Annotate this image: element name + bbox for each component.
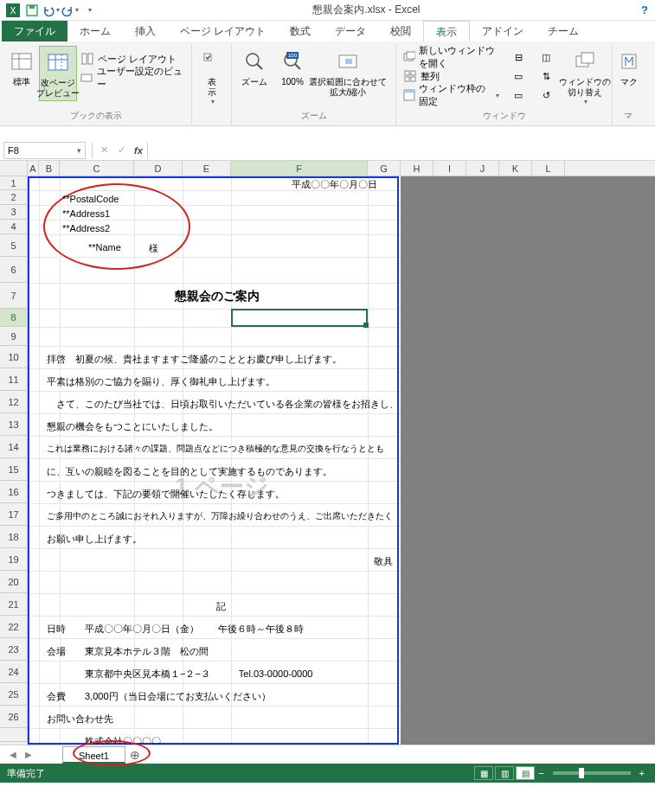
svg-rect-25 <box>405 71 409 75</box>
row-24[interactable]: 24 <box>0 661 27 683</box>
window-btn-3[interactable]: ▭ <box>508 86 532 105</box>
row-4[interactable]: 4 <box>0 220 27 234</box>
row-23[interactable]: 23 <box>0 638 27 661</box>
col-J[interactable]: J <box>466 161 499 176</box>
cell-r24: 東京都中央区見本橋１−２−３ Tel.03-0000-0000 <box>85 668 312 681</box>
enter-icon[interactable]: ✓ <box>112 144 130 156</box>
col-K[interactable]: K <box>499 161 532 176</box>
add-sheet-button[interactable]: ⊕ <box>125 748 144 762</box>
col-F[interactable]: F <box>231 161 368 176</box>
row-13[interactable]: 13 <box>0 413 27 436</box>
col-C[interactable]: C <box>60 161 134 176</box>
col-E[interactable]: E <box>183 161 231 176</box>
row-26[interactable]: 26 <box>0 706 27 728</box>
cancel-icon[interactable]: ✕ <box>95 144 112 156</box>
row-12[interactable]: 12 <box>0 391 27 413</box>
window-btn-1[interactable]: ⊟ <box>508 48 532 67</box>
row-10[interactable]: 10 <box>0 346 27 368</box>
window-btn-5[interactable]: ⇅ <box>536 67 560 86</box>
select-all[interactable] <box>0 161 28 176</box>
svg-line-16 <box>257 64 262 69</box>
view-pagelayout-button[interactable]: ▥ <box>495 766 514 780</box>
zoom-to-selection-button[interactable]: 選択範囲に合わせて 拡大/縮小 <box>311 46 384 99</box>
normal-view-button[interactable]: 標準 <box>3 46 39 89</box>
show-button[interactable]: 表 示▾ <box>196 46 228 107</box>
tab-view[interactable]: 表示 <box>423 21 470 42</box>
new-window-button[interactable]: 新しいウィンドウを開く <box>400 48 503 67</box>
pagebreak-preview-button[interactable]: 改ページ プレビュー <box>39 46 77 101</box>
row-9[interactable]: 9 <box>0 327 27 346</box>
col-L[interactable]: L <box>532 161 565 176</box>
svg-rect-33 <box>622 54 636 68</box>
help-icon[interactable]: ? <box>634 3 655 16</box>
cells-area[interactable]: 1 ページ 平成〇〇年〇月〇日 **PostalCode **Address1 … <box>28 176 655 745</box>
row-7[interactable]: 7 <box>0 283 27 309</box>
grid-area: A B C D E F G H I J K L 1 2 3 4 5 6 7 8 … <box>0 161 655 745</box>
name-box[interactable]: F8 ▾ <box>3 142 86 159</box>
zoom-button[interactable]: ズーム <box>235 46 273 89</box>
row-27[interactable] <box>0 728 27 742</box>
sheet-nav-next[interactable]: ▶ <box>21 750 36 759</box>
row-18[interactable]: 18 <box>0 526 27 548</box>
row-2[interactable]: 2 <box>0 190 27 205</box>
cell-r13: 懇親の機会をもつことにいたしました。 <box>47 420 218 433</box>
formula-input[interactable] <box>147 142 655 159</box>
sheet-nav-prev[interactable]: ◀ <box>5 750 21 759</box>
chevron-down-icon[interactable]: ▾ <box>77 146 81 155</box>
svg-rect-24 <box>407 52 415 59</box>
view-pagebreak-button[interactable]: ▤ <box>516 766 535 780</box>
tab-page-layout[interactable]: ページ レイアウト <box>168 21 278 42</box>
row-6[interactable]: 6 <box>0 257 27 283</box>
zoom-out-button[interactable]: − <box>535 768 547 778</box>
row-16[interactable]: 16 <box>0 481 27 503</box>
zoom-slider[interactable] <box>553 771 631 775</box>
save-icon[interactable] <box>22 1 42 20</box>
tab-formulas[interactable]: 数式 <box>278 21 323 42</box>
macros-button[interactable]: マク <box>616 46 642 89</box>
tab-addins[interactable]: アドイン <box>470 21 536 42</box>
col-B[interactable]: B <box>39 161 60 176</box>
row-19[interactable]: 19 <box>0 548 27 571</box>
row-1[interactable]: 1 <box>0 176 27 190</box>
custom-views-button[interactable]: ユーザー設定のビュー <box>77 68 188 87</box>
redo-icon[interactable]: ▾ <box>61 1 80 20</box>
row-22[interactable]: 22 <box>0 616 27 638</box>
tab-insert[interactable]: 挿入 <box>123 21 168 42</box>
qat-customize-icon[interactable]: ▾ <box>80 1 99 20</box>
col-H[interactable]: H <box>401 161 433 176</box>
excel-icon[interactable]: X <box>3 1 22 20</box>
row-5[interactable]: 5 <box>0 234 27 257</box>
col-D[interactable]: D <box>134 161 183 176</box>
tab-team[interactable]: チーム <box>536 21 591 42</box>
row-3[interactable]: 3 <box>0 205 27 220</box>
undo-icon[interactable]: ▾ <box>42 1 61 20</box>
zoom-100-icon: 100 <box>279 48 306 75</box>
row-11[interactable]: 11 <box>0 368 27 391</box>
window-btn-4[interactable]: ◫ <box>536 48 560 67</box>
col-I[interactable]: I <box>433 161 466 176</box>
zoom-in-button[interactable]: + <box>636 768 648 778</box>
col-A[interactable]: A <box>28 161 39 176</box>
row-8[interactable]: 8 <box>0 309 27 327</box>
tab-file[interactable]: ファイル <box>2 21 67 42</box>
col-G[interactable]: G <box>368 161 401 176</box>
row-20[interactable]: 20 <box>0 571 27 593</box>
window-btn-2[interactable]: ▭ <box>508 67 532 86</box>
tab-home[interactable]: ホーム <box>67 21 123 42</box>
row-21[interactable]: 21 <box>0 593 27 616</box>
switch-windows-button[interactable]: ウィンドウの 切り替え▾ <box>562 46 608 107</box>
svg-line-18 <box>295 64 300 69</box>
row-14[interactable]: 14 <box>0 436 27 458</box>
tab-review[interactable]: 校閲 <box>378 21 423 42</box>
sheet-tab-1[interactable]: Sheet1 <box>62 746 125 764</box>
freeze-panes-button[interactable]: ウィンドウ枠の固定▾ <box>400 86 503 105</box>
tab-data[interactable]: データ <box>323 21 378 42</box>
cell-r12: さて、このたび当社では、日頃お取引いただいている各企業の皆様をお招きし、 <box>47 398 399 411</box>
fx-button[interactable]: fx <box>130 145 147 156</box>
view-normal-button[interactable]: ▦ <box>474 766 493 780</box>
zoom-100-button[interactable]: 100 100% <box>273 46 311 89</box>
row-15[interactable]: 15 <box>0 458 27 481</box>
row-25[interactable]: 25 <box>0 683 27 706</box>
row-17[interactable]: 17 <box>0 503 27 526</box>
window-btn-6[interactable]: ↺ <box>536 86 560 105</box>
